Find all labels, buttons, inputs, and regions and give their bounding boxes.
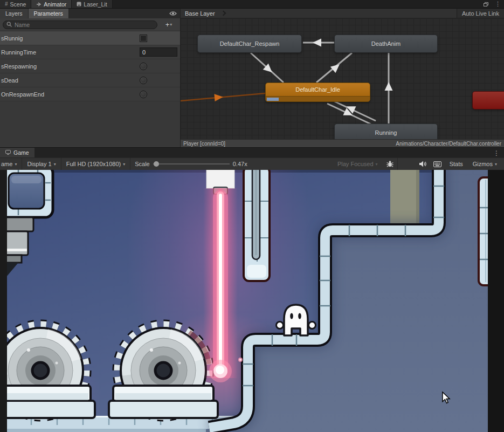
keyboard-shortcuts-icon[interactable] xyxy=(430,158,445,170)
gameobject-icon xyxy=(77,2,81,6)
live-link-target: Player [connId=0] xyxy=(183,141,225,147)
saw-pedestal-right xyxy=(109,386,218,418)
tab-scene-label: Scene xyxy=(10,1,26,8)
game-viewport[interactable] xyxy=(0,170,504,432)
tab-animator-label: Animator xyxy=(44,1,66,8)
trigger-radio[interactable] xyxy=(140,77,147,84)
animator-left-panel: Layers Parameters +▾ sRu xyxy=(0,9,181,147)
auto-live-link-button[interactable]: Auto Live Link xyxy=(457,9,504,18)
mute-audio-icon[interactable] xyxy=(416,158,430,170)
olive-block xyxy=(390,170,419,226)
tab-laser-lit-label: Laser_Lit xyxy=(84,1,107,8)
state-node-idle-active[interactable]: DefaultChar_Idle xyxy=(265,83,370,102)
game-tabbar: Game ⋮ xyxy=(0,147,504,157)
tab-laser-lit[interactable]: Laser_Lit xyxy=(72,0,112,8)
ice-block-topleft xyxy=(0,170,53,217)
state-node-exit[interactable] xyxy=(472,91,504,109)
tab-animator[interactable]: Animator xyxy=(31,0,72,8)
toolbar-spacer xyxy=(398,158,416,170)
debug-bug-button[interactable] xyxy=(383,158,397,170)
editor-tabbar: # Scene Animator Laser_Lit ⋮ xyxy=(0,0,504,8)
search-icon xyxy=(6,20,12,30)
restore-window-icon[interactable] xyxy=(484,1,488,8)
scale-slider[interactable] xyxy=(153,163,230,164)
window-menu-icon[interactable]: ⋮ xyxy=(495,1,501,7)
resolution-dropdown[interactable]: Full HD (1920x1080)▾ xyxy=(61,158,130,170)
breadcrumb-chevron-icon xyxy=(220,11,226,16)
entry-arrow xyxy=(214,93,223,101)
unity-editor-window: # Scene Animator Laser_Lit ⋮ Layers xyxy=(0,0,504,432)
parameter-row[interactable]: OnRespawnEnd xyxy=(0,87,180,101)
breadcrumb[interactable]: Base Layer xyxy=(185,10,215,17)
layers-parameters-tabs: Layers Parameters xyxy=(0,9,180,18)
search-input[interactable] xyxy=(15,22,154,28)
tab-layers[interactable]: Layers xyxy=(0,9,29,18)
tab-scene[interactable]: # Scene xyxy=(0,0,31,8)
scale-control: Scale 0.47x xyxy=(130,158,251,170)
parameter-list: sRunnig RunningTime 0 sRespawning sDead … xyxy=(0,31,180,101)
controller-path: Animations/Character/DefaultChar.control… xyxy=(396,141,501,147)
graph-canvas[interactable]: DefaultChar_Respawn DeathAnim DefaultCha… xyxy=(181,18,504,139)
scene-icon: # xyxy=(5,1,8,7)
trigger-radio[interactable] xyxy=(140,63,147,70)
trigger-radio[interactable] xyxy=(140,91,147,98)
scale-label: Scale xyxy=(135,161,150,167)
letterbox-left xyxy=(0,170,7,432)
window-controls: ⋮ xyxy=(484,0,501,8)
graph-breadcrumb-bar: Base Layer Auto Live Link xyxy=(181,9,504,18)
display-dropdown[interactable]: Display 1▾ xyxy=(22,158,60,170)
add-parameter-button[interactable]: +▾ xyxy=(160,20,177,29)
float-value-field[interactable]: 0 xyxy=(140,47,177,57)
chevron-down-icon: ▾ xyxy=(495,162,497,167)
scale-slider-handle[interactable] xyxy=(154,161,159,167)
scale-value: 0.47x xyxy=(233,161,247,167)
game-scene xyxy=(0,170,504,432)
parameter-row[interactable]: RunningTime 0 xyxy=(0,45,180,59)
animator-status-bar: Player [connId=0] Animations/Character/D… xyxy=(181,139,504,147)
tab-game[interactable]: Game xyxy=(0,148,34,157)
playback-progress-bar xyxy=(266,96,370,101)
game-toolbar: ame▾ Display 1▾ Full HD (1920x1080)▾ Sca… xyxy=(0,157,504,170)
chevron-down-icon: ▾ xyxy=(376,162,378,167)
parameter-row[interactable]: sRespawning xyxy=(0,59,180,73)
search-field[interactable] xyxy=(3,20,157,29)
animator-icon xyxy=(36,2,42,7)
saw-pedestal-left xyxy=(0,386,95,418)
letterbox-right xyxy=(488,170,504,432)
chevron-down-icon: ▾ xyxy=(170,22,172,27)
gizmos-dropdown[interactable]: Gizmos▾ xyxy=(468,158,502,170)
stats-button[interactable]: Stats xyxy=(445,158,468,170)
aspect-dropdown[interactable]: ame▾ xyxy=(0,158,22,170)
chevron-down-icon: ▾ xyxy=(123,162,125,167)
state-machine-graph: Base Layer Auto Live Link xyxy=(181,9,504,147)
animator-panel: Layers Parameters +▾ sRu xyxy=(0,8,504,147)
state-node-respawn[interactable]: DefaultChar_Respawn xyxy=(197,35,302,53)
play-focused-dropdown[interactable]: Play Focused▾ xyxy=(333,158,383,170)
entry-transition xyxy=(181,93,265,101)
game-view-icon xyxy=(5,149,11,156)
parameter-search-row: +▾ xyxy=(0,18,180,31)
parameter-row[interactable]: sRunnig xyxy=(0,31,180,45)
game-menu-icon[interactable]: ⋮ xyxy=(493,149,500,157)
chevron-down-icon: ▾ xyxy=(54,162,56,167)
ice-pipe xyxy=(244,170,270,281)
eye-icon[interactable] xyxy=(169,11,177,17)
state-node-deathanim[interactable]: DeathAnim xyxy=(334,35,438,53)
chevron-down-icon: ▾ xyxy=(15,162,17,167)
progress-chip xyxy=(267,98,279,101)
state-node-running[interactable]: Running xyxy=(334,124,438,139)
tab-parameters[interactable]: Parameters xyxy=(29,9,69,18)
parameter-row[interactable]: sDead xyxy=(0,73,180,87)
laser-beam xyxy=(203,188,243,382)
bool-checkbox[interactable] xyxy=(140,35,147,42)
